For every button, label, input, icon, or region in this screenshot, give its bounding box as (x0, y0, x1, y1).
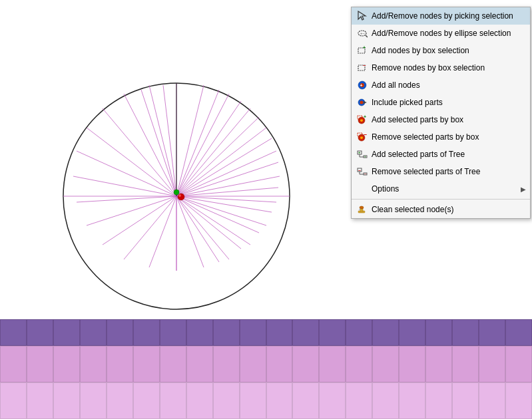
grid-row-light (0, 382, 532, 419)
svg-point-55 (360, 101, 364, 104)
menu-item-label: Remove nodes by box selection (372, 63, 485, 72)
grid-cell (505, 319, 532, 346)
grid-cell (107, 382, 133, 419)
context-menu: Add/Remove nodes by picking selection +–… (351, 7, 531, 219)
grid-cell (292, 346, 319, 382)
menu-item-clean-selected[interactable]: Clean selected node(s) (352, 201, 530, 218)
grid-cell (0, 346, 27, 382)
grid-cell (53, 346, 80, 382)
grid-cell (399, 346, 425, 382)
box-remove-icon: – (356, 61, 369, 74)
grid-cell (27, 382, 53, 419)
cursor-icon (356, 9, 369, 23)
svg-line-16 (103, 196, 176, 245)
svg-line-4 (176, 108, 250, 196)
svg-line-28 (176, 138, 272, 196)
clean-icon (356, 203, 369, 216)
grid-cell (107, 346, 133, 382)
menu-item-label: Remove selected parts by box (372, 132, 479, 142)
grid-cell (372, 319, 399, 346)
main-canvas (0, 0, 346, 319)
grid-cell (479, 319, 505, 346)
menu-item-add-selected-parts-box[interactable]: + Add selected parts by box (352, 111, 530, 128)
parts-remove-box-icon: – (356, 130, 369, 144)
grid-cell (133, 382, 160, 419)
svg-line-45 (366, 35, 368, 37)
grid-cell (0, 319, 27, 346)
svg-point-42 (178, 194, 181, 197)
grid-cell (425, 319, 452, 346)
grid-cell (319, 319, 346, 346)
menu-item-add-selected-parts-tree[interactable]: + + Add selected parts of Tree (352, 146, 530, 163)
svg-line-20 (77, 151, 176, 196)
add-all-icon: + (356, 78, 369, 92)
svg-line-36 (141, 90, 176, 196)
menu-item-label: Add nodes by box selection (372, 46, 469, 55)
grid-cell (292, 319, 319, 346)
menu-item-add-all-nodes[interactable]: + Add all nodes (352, 76, 530, 94)
bottom-grid (0, 319, 532, 419)
menu-item-remove-nodes-box[interactable]: – Remove nodes by box selection (352, 59, 530, 76)
box-add-icon: + (356, 44, 369, 57)
grid-cell (425, 346, 452, 382)
grid-cell (53, 382, 80, 419)
menu-item-add-nodes-box[interactable]: + Add nodes by box selection (352, 42, 530, 59)
svg-line-30 (176, 188, 278, 196)
menu-item-label: Include picked parts (372, 98, 443, 107)
svg-line-14 (149, 196, 176, 267)
svg-line-23 (124, 94, 176, 196)
grid-cell (133, 319, 160, 346)
svg-line-21 (87, 128, 176, 196)
menu-item-label: Remove selected parts of Tree (372, 167, 480, 176)
svg-line-31 (176, 196, 272, 212)
grid-cell (425, 382, 452, 419)
menu-item-remove-selected-parts-box[interactable]: – Remove selected parts by box (352, 128, 530, 146)
grid-cell (346, 382, 372, 419)
svg-line-35 (163, 85, 176, 196)
grid-cell (27, 319, 53, 346)
grid-cell (266, 319, 293, 346)
svg-line-3 (176, 94, 229, 196)
svg-point-58 (360, 119, 363, 122)
svg-text:+: + (364, 154, 366, 158)
grid-cell (186, 346, 213, 382)
menu-item-add-remove-picking[interactable]: Add/Remove nodes by picking selection (352, 7, 530, 25)
svg-line-27 (176, 117, 259, 196)
svg-line-10 (176, 196, 250, 245)
grid-cell (479, 382, 505, 419)
grid-cell (240, 382, 266, 419)
grid-cell (346, 346, 372, 382)
grid-cell (372, 346, 399, 382)
grid-cell (505, 382, 532, 419)
grid-cell (213, 319, 240, 346)
svg-text:+–: +– (360, 31, 366, 35)
grid-row-mid (0, 346, 532, 382)
menu-item-include-picked[interactable]: Include picked parts (352, 94, 530, 111)
svg-text:+: + (358, 150, 361, 154)
grid-cell (186, 382, 213, 419)
tree-add-icon: + + (356, 148, 369, 161)
menu-separator (352, 199, 530, 200)
svg-line-22 (103, 108, 176, 196)
grid-cell (160, 319, 186, 346)
grid-cell (240, 319, 266, 346)
svg-text:+: + (363, 45, 366, 50)
svg-text:–: – (364, 132, 367, 138)
svg-line-33 (176, 196, 241, 249)
grid-cell (0, 382, 27, 419)
menu-item-label: Options (372, 184, 399, 194)
grid-cell (80, 346, 107, 382)
grid-cell (160, 346, 186, 382)
parts-add-box-icon: + (356, 113, 369, 126)
svg-point-40 (174, 190, 179, 195)
svg-line-24 (149, 85, 176, 196)
menu-item-label: Add/Remove nodes by picking selection (372, 11, 513, 21)
menu-item-options[interactable]: Options ▶ (352, 180, 530, 198)
menu-item-label: Add selected parts of Tree (372, 150, 465, 159)
grid-cell (160, 382, 186, 419)
menu-item-add-remove-ellipse[interactable]: +– Add/Remove nodes by ellipse selection (352, 25, 530, 42)
grid-cell (27, 346, 53, 382)
svg-point-41 (178, 194, 184, 200)
grid-cell (452, 319, 479, 346)
menu-item-remove-selected-parts-tree[interactable]: – – Remove selected parts of Tree (352, 163, 530, 180)
